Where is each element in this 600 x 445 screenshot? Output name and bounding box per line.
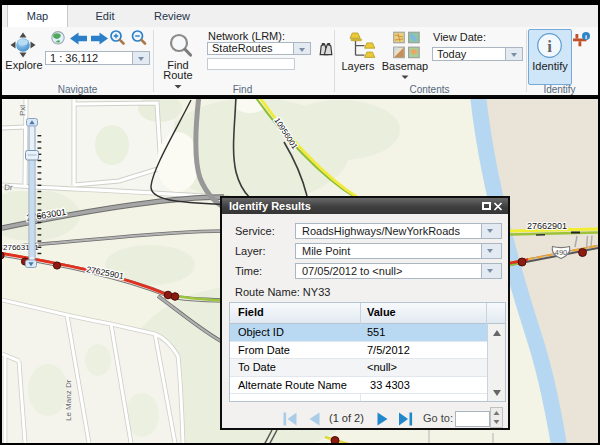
svg-text:490: 490: [555, 248, 568, 257]
svg-text:Le Manz Dr: Le Manz Dr: [64, 379, 73, 421]
svg-text:i: i: [547, 37, 552, 56]
svg-text:i: i: [585, 33, 587, 41]
svg-text:Pxl: Pxl: [18, 105, 27, 116]
svg-text:Dr: Dr: [4, 183, 13, 192]
svg-text:27662901: 27662901: [527, 221, 567, 231]
